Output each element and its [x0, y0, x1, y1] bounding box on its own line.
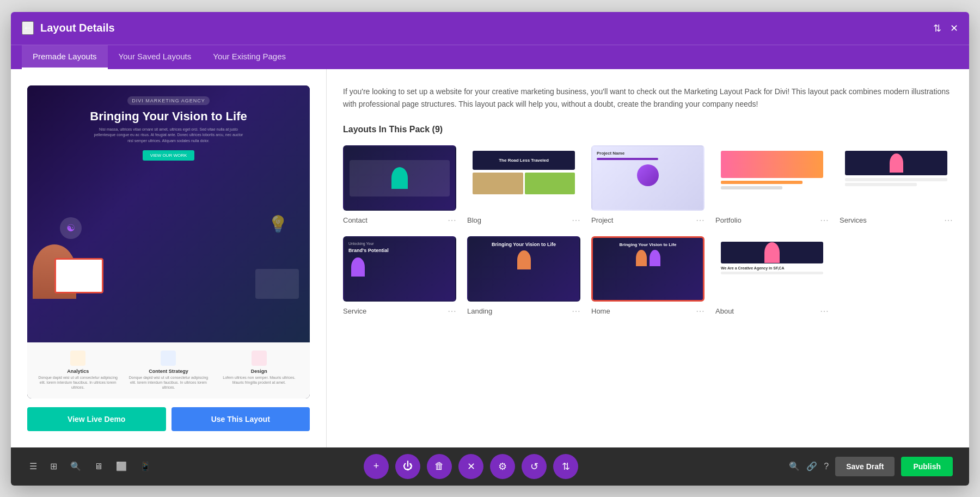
portfolio-card-footer: Portfolio ⋯	[715, 215, 829, 225]
about-bar	[721, 272, 823, 274]
project-thumb-circle	[637, 164, 659, 186]
back-button[interactable]: ←	[22, 21, 34, 35]
service-thumb-subtitle: Unlocking Your	[348, 242, 451, 246]
layout-thumb-project: Project Name	[591, 145, 705, 211]
portfolio-thumb-bar2	[721, 186, 782, 189]
about-label: About	[715, 307, 734, 315]
project-thumb-bar	[597, 158, 658, 160]
contact-person	[391, 167, 408, 189]
publish-button[interactable]: Publish	[901, 457, 953, 476]
save-draft-button[interactable]: Save Draft	[835, 457, 895, 476]
portfolio-thumb-bar	[721, 181, 803, 184]
services-card-footer: Services ⋯	[840, 215, 953, 225]
toolbar-link-icon[interactable]: 🔗	[806, 461, 817, 471]
layout-card-service[interactable]: Unlocking Your Brand's Potential Service…	[343, 236, 456, 316]
preview-decorations: ☯ 💡	[27, 212, 310, 299]
feature-design-name: Design	[251, 369, 267, 374]
layout-thumb-home: Bringing Your Vision to Life	[591, 236, 705, 302]
service-menu-icon[interactable]: ⋯	[448, 306, 456, 316]
layout-card-services[interactable]: Services ⋯	[840, 145, 953, 225]
header-left: ← Layout Details	[22, 21, 115, 35]
toolbar-search-icon[interactable]: 🔍	[68, 459, 83, 474]
left-panel: DIVI MARKETING AGENCY Bringing Your Visi…	[11, 69, 327, 447]
project-menu-icon[interactable]: ⋯	[696, 215, 705, 225]
preview-description: Nisi massa, ultrices vitae ornare sit am…	[93, 127, 245, 144]
toolbar-settings-button[interactable]: ⚙	[490, 454, 515, 479]
layout-card-project[interactable]: Project Name Project ⋯	[591, 145, 705, 225]
landing-menu-icon[interactable]: ⋯	[572, 306, 580, 316]
layout-card-landing[interactable]: Bringing Your Vision to Life Landing ⋯	[467, 236, 580, 316]
toolbar-power-button[interactable]: ⏻	[395, 454, 420, 479]
home-person-1	[636, 250, 647, 266]
layout-thumb-service: Unlocking Your Brand's Potential	[343, 236, 456, 302]
service-card-footer: Service ⋯	[343, 306, 456, 316]
preview-image-area: DIVI MARKETING AGENCY Bringing Your Visi…	[27, 85, 310, 343]
modal-title: Layout Details	[40, 22, 115, 34]
pack-description: If you're looking to set up a website fo…	[343, 85, 953, 112]
close-button[interactable]: ✕	[950, 22, 958, 34]
contact-card-footer: Contact ⋯	[343, 215, 456, 225]
toolbar-mobile-icon[interactable]: 📱	[138, 459, 153, 474]
feature-design: Design Lofem ultrices non semper. Mauris…	[219, 351, 299, 390]
about-thumb-person	[764, 242, 780, 263]
toolbar-delete-button[interactable]: 🗑	[427, 454, 452, 479]
tab-saved-layouts[interactable]: Your Saved Layouts	[108, 45, 203, 69]
blog-card-footer: Blog ⋯	[467, 215, 580, 225]
landing-thumb-heading: Bringing Your Vision to Life	[473, 242, 575, 247]
layout-card-blog[interactable]: The Road Less Traveled Blog ⋯	[467, 145, 580, 225]
services-person	[890, 154, 903, 173]
toolbar-sort-button[interactable]: ⇅	[553, 454, 578, 479]
blog-thumb-images	[473, 173, 575, 194]
view-our-work-btn[interactable]: VIEW OUR WORK	[143, 150, 195, 161]
portfolio-menu-icon[interactable]: ⋯	[820, 215, 829, 225]
about-thumb-text: We Are a Creative Agency in SF,CA	[721, 266, 823, 270]
services-menu-icon[interactable]: ⋯	[944, 215, 953, 225]
blog-thumb-header: The Road Less Traveled	[473, 151, 575, 170]
layout-card-contact[interactable]: Contact ⋯	[343, 145, 456, 225]
deco-lightbulb-icon: 💡	[268, 214, 288, 234]
layout-thumb-blog: The Road Less Traveled	[467, 145, 580, 211]
feature-content-strategy-name: Content Strategy	[149, 369, 188, 374]
layout-card-home[interactable]: Bringing Your Vision to Life Home ⋯	[591, 236, 705, 316]
toolbar-close-button[interactable]: ✕	[458, 454, 483, 479]
sort-button[interactable]: ⇅	[933, 22, 941, 34]
blog-img-2	[525, 173, 575, 194]
tab-existing-pages[interactable]: Your Existing Pages	[202, 45, 297, 69]
toolbar-zoom-icon[interactable]: 🔍	[789, 461, 800, 471]
about-menu-icon[interactable]: ⋯	[820, 306, 829, 316]
toolbar-add-button[interactable]: +	[364, 454, 389, 479]
toolbar-help-icon[interactable]: ?	[824, 462, 829, 471]
home-card-footer: Home ⋯	[591, 306, 705, 316]
contact-menu-icon[interactable]: ⋯	[448, 215, 456, 225]
toolbar-tablet-icon[interactable]: ⬜	[114, 459, 129, 474]
toolbar-menu-icon[interactable]: ☰	[27, 459, 39, 474]
content-strategy-icon	[161, 351, 176, 366]
layout-details-modal: ← Layout Details ⇅ ✕ Premade Layouts You…	[11, 12, 969, 486]
contact-thumb-inner	[350, 160, 450, 197]
feature-design-desc: Lofem ultrices non semper. Mauris ultric…	[219, 375, 299, 385]
toolbar-left: ☰ ⊞ 🔍 🖥 ⬜ 📱	[27, 459, 153, 474]
home-label: Home	[591, 307, 610, 315]
blog-menu-icon[interactable]: ⋯	[572, 215, 580, 225]
left-panel-buttons: View Live Demo Use This Layout	[27, 407, 310, 431]
use-this-layout-button[interactable]: Use This Layout	[171, 407, 310, 431]
pack-heading: Layouts In This Pack (9)	[343, 125, 953, 134]
layout-thumb-services	[840, 145, 953, 211]
toolbar-grid-icon[interactable]: ⊞	[48, 459, 59, 474]
layout-card-portfolio[interactable]: Portfolio ⋯	[715, 145, 829, 225]
view-live-demo-button[interactable]: View Live Demo	[27, 407, 166, 431]
feature-content-strategy-desc: Donque dapid wisi ut ult consectetur adi…	[128, 375, 208, 390]
tab-premade-layouts[interactable]: Premade Layouts	[22, 45, 108, 69]
home-menu-icon[interactable]: ⋯	[696, 306, 705, 316]
landing-card-footer: Landing ⋯	[467, 306, 580, 316]
preview-features: Analytics Donque dapid wisi ut ult conse…	[27, 342, 310, 398]
contact-label: Contact	[343, 216, 367, 224]
toolbar-right: 🔍 🔗 ? Save Draft Publish	[789, 457, 953, 476]
toolbar-desktop-icon[interactable]: 🖥	[92, 459, 105, 474]
tabs-bar: Premade Layouts Your Saved Layouts Your …	[11, 45, 969, 69]
preview-badge: DIVI MARKETING AGENCY	[127, 96, 210, 105]
layout-card-about[interactable]: We Are a Creative Agency in SF,CA About …	[715, 236, 829, 316]
project-label: Project	[591, 216, 613, 224]
about-thumb-header	[721, 242, 823, 263]
toolbar-history-button[interactable]: ↺	[522, 454, 547, 479]
